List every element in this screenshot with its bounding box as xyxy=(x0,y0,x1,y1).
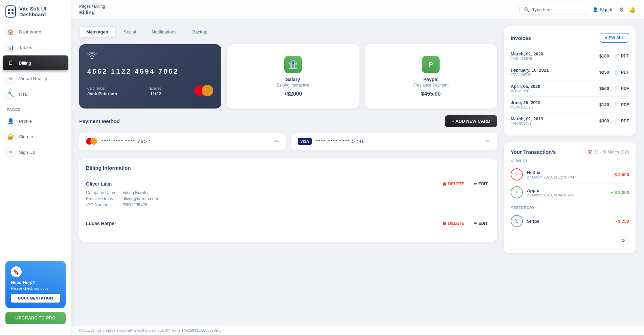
visa-icon: VISA xyxy=(298,138,312,145)
salary-amount: +$2000 xyxy=(284,91,302,97)
sidebar-item-tables[interactable]: 📊 Tables xyxy=(3,40,68,55)
pm-number-2: **** **** **** 5248 xyxy=(316,139,365,144)
transactions-panel: Your Transaction's 📅 23 - 30 March 2020 … xyxy=(504,142,636,253)
pdf-button-3[interactable]: 📄 PDF xyxy=(615,86,629,91)
settings-icon[interactable]: ⚙ xyxy=(619,6,624,13)
invoice-date-1: March, 01, 2020 xyxy=(511,51,543,56)
tab-backup[interactable]: Backup xyxy=(185,26,215,38)
rtl-icon: 🔧 xyxy=(7,90,15,98)
search-input[interactable] xyxy=(532,7,583,12)
trans-time-apple: 27 March 2020, at 04:30 AM xyxy=(527,193,606,197)
card-expires-field: Expires 11/22 xyxy=(150,87,161,96)
tab-social[interactable]: Social xyxy=(117,26,143,38)
invoice-id-3: #FB-212562 xyxy=(511,89,540,93)
signin-icon: 🔐 xyxy=(7,133,15,141)
expires-label: Expires xyxy=(150,87,161,90)
trans-name-apple: Apple xyxy=(527,188,606,193)
tab-notifications[interactable]: Notifications xyxy=(145,26,184,38)
help-subtitle: Please check our docs xyxy=(11,286,60,290)
trans-info-stripe: Stripe xyxy=(527,219,612,224)
invoices-list: March, 01, 2020 #MS-415646 $180 📄 PDF xyxy=(511,48,629,129)
upgrade-button[interactable]: UPGRADE TO PRO xyxy=(5,312,66,324)
tab-messages[interactable]: Messages xyxy=(79,26,115,38)
logo-icon xyxy=(5,5,16,18)
trans-info-netflix: Netflix 27 March 2020, at 12:30 PM xyxy=(527,170,608,179)
trans-row-stripe: S Stripe - $ 750 xyxy=(511,212,629,230)
paypal-name: Paypal xyxy=(423,77,439,82)
transactions-header: Your Transaction's 📅 23 - 30 March 2020 xyxy=(511,149,629,155)
help-card: 🔖 Need Help? Please check our docs DOCUM… xyxy=(5,261,66,308)
invoice-date-2: February, 10, 2021 xyxy=(511,68,549,73)
header-right: 🔍 👤 Sign In ⚙ 🔔 xyxy=(519,5,636,15)
pdf-button-4[interactable]: 📄 PDF xyxy=(615,102,629,107)
edit-button-1[interactable]: ✏ EDIT xyxy=(471,180,490,188)
paypal-sub: Freelance Payment xyxy=(413,83,448,88)
trans-amount-apple: + $ 2,000 xyxy=(610,190,629,195)
trash-icon: 🗑 xyxy=(443,182,447,186)
edit-button-2[interactable]: ✏ EDIT xyxy=(471,220,490,227)
billing-item-2-header: Lucas Harper 🗑 DELETE ✏ EDIT xyxy=(86,220,490,227)
edit-label-2: EDIT xyxy=(479,221,488,226)
invoice-id-2: #RV-126749 xyxy=(511,73,549,77)
invoice-right-1: $180 📄 PDF xyxy=(599,53,629,58)
mastercard-small xyxy=(86,138,97,145)
pdf-button-2[interactable]: 📄 PDF xyxy=(615,70,629,75)
newest-label: NEWEST xyxy=(511,159,629,163)
billing-detail-email: Email Address: oliver@burrito.com xyxy=(86,196,490,201)
documentation-button[interactable]: DOCUMENTATION xyxy=(11,294,60,303)
notifications-icon[interactable]: 🔔 xyxy=(629,6,636,13)
sidebar-item-signup[interactable]: ✏ Sign Up xyxy=(3,145,68,160)
search-box[interactable]: 🔍 xyxy=(519,5,587,15)
invoice-right-5: $300 📄 PDF xyxy=(599,118,629,123)
pm-edit-icon-2[interactable]: ✏ xyxy=(486,138,490,145)
sidebar-item-label: Billing xyxy=(19,61,31,66)
card-holder-value: Jack Peterson xyxy=(87,91,117,96)
payment-methods-list: **** **** **** 7852 ✏ VISA **** **** ***… xyxy=(79,133,497,150)
transactions-date: 📅 23 - 30 March 2020 xyxy=(587,150,629,154)
pdf-button-1[interactable]: 📄 PDF xyxy=(615,54,629,58)
breadcrumb-area: Pages / Billing Billing xyxy=(79,4,105,15)
pdf-button-5[interactable]: 📄 PDF xyxy=(615,119,629,123)
salary-card: 🏦 Salary Belong Interactive +$2000 xyxy=(227,44,359,109)
invoice-info-5: March, 01, 2019 #AR-803481 xyxy=(511,116,543,125)
invoice-date-4: June, 25, 2019 xyxy=(511,100,540,105)
delete-label-2: DELETE xyxy=(448,221,464,226)
app-logo[interactable]: Vite Soft UI Dashboard xyxy=(0,5,71,24)
payment-cards: 🏦 Salary Belong Interactive +$2000 P Pay… xyxy=(227,44,497,109)
profile-icon: 👤 xyxy=(7,117,15,125)
sidebar-item-profile[interactable]: 👤 Profile xyxy=(3,114,68,128)
sidebar-item-vr[interactable]: ⚙ Virtual Reality xyxy=(3,71,68,86)
sidebar-item-rtl[interactable]: 🔧 RTL xyxy=(3,87,68,101)
billing-detail-vat: VAT Number: FRB1235476 xyxy=(86,202,490,207)
sidebar-nav: 🏠 Dashboard 📊 Tables 🗒 Billing ⚙ Virtual… xyxy=(0,24,71,256)
top-section: 4562 1122 4594 7852 Card Holder Jack Pet… xyxy=(79,44,497,109)
billing-item-1-header: Oliver Liam 🗑 DELETE ✏ EDIT xyxy=(86,180,490,188)
pdf-icon-5: 📄 xyxy=(615,119,620,123)
sidebar-item-signin[interactable]: 🔐 Sign In xyxy=(3,129,68,144)
add-card-button[interactable]: + ADD NEW CARD xyxy=(445,115,497,127)
delete-label: DELETE xyxy=(448,182,464,186)
trash-icon-2: 🗑 xyxy=(443,221,447,226)
billing-item-2: Lucas Harper 🗑 DELETE ✏ EDIT xyxy=(86,214,490,235)
invoice-amount-3: $560 xyxy=(599,86,609,91)
invoice-id-4: #QW-103578 xyxy=(511,105,540,109)
signin-link[interactable]: 👤 Sign In xyxy=(593,7,614,12)
delete-button-1[interactable]: 🗑 DELETE xyxy=(440,180,467,188)
dashboard-icon: 🏠 xyxy=(7,28,15,36)
delete-button-2[interactable]: 🗑 DELETE xyxy=(440,220,467,227)
credit-card: 4562 1122 4594 7852 Card Holder Jack Pet… xyxy=(79,44,221,109)
trans-amount-stripe: - $ 750 xyxy=(616,219,629,224)
payment-method-card-2: VISA **** **** **** 5248 ✏ xyxy=(291,133,497,150)
pm-edit-icon-1[interactable]: ✏ xyxy=(274,138,279,145)
apple-icon: + xyxy=(511,186,523,198)
sidebar-item-dashboard[interactable]: 🏠 Dashboard xyxy=(3,24,68,39)
vat-label: VAT Number: xyxy=(86,202,120,207)
invoice-date-5: March, 01, 2019 xyxy=(511,116,543,121)
invoice-info-4: June, 25, 2019 #QW-103578 xyxy=(511,100,540,109)
card-holder-label: Card Holder xyxy=(87,87,117,90)
billing-name-2: Lucas Harper xyxy=(86,221,116,226)
view-all-button[interactable]: VIEW ALL xyxy=(600,33,629,43)
settings-gear-button[interactable]: ⚙ xyxy=(617,234,629,246)
paypal-card: P Paypal Freelance Payment $455.00 xyxy=(365,44,497,109)
sidebar-item-billing[interactable]: 🗒 Billing xyxy=(3,55,68,70)
